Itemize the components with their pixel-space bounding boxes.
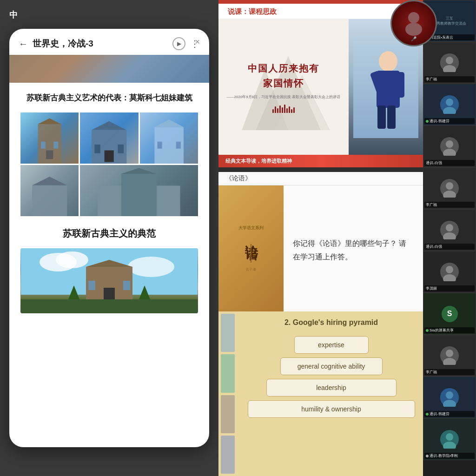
slide-sub-text: ——2020年9月8日，习近平在全国抗疫 表彰大会暨表彰大会上的讲话	[227, 94, 341, 99]
svg-rect-27	[123, 281, 130, 290]
play-button[interactable]: ▶	[172, 37, 185, 50]
participant-name-7: Sia的屏幕共享	[424, 327, 475, 333]
svg-rect-26	[88, 281, 95, 290]
svg-marker-11	[154, 119, 184, 127]
close-button[interactable]: ×	[195, 37, 200, 47]
svg-rect-12	[157, 141, 162, 148]
participant-2: 通识-韩建芬	[423, 84, 476, 126]
participant-6: 李茂丽	[423, 251, 476, 293]
participant-name-2: 通识-韩建芬	[424, 118, 475, 124]
avatar-1	[440, 53, 459, 72]
svg-rect-3	[53, 141, 58, 148]
svg-rect-9	[105, 150, 114, 162]
lunyu-title: 《论语》	[218, 172, 423, 185]
right-area: 🎤 🎤 元亨利贞 说课：课程思政	[218, 0, 476, 476]
lunyu-question: 你记得《论语》里的哪些句子？ 请在学习通上作答。	[293, 237, 414, 264]
svg-point-34	[408, 12, 419, 23]
svg-marker-6	[92, 121, 126, 130]
participant-name-8: 李广福	[424, 369, 475, 375]
svg-point-72	[446, 433, 453, 441]
slide-footer: 经典文本导读，培养进取精神	[218, 155, 423, 167]
avatar-10	[440, 430, 459, 449]
svg-rect-33	[21, 299, 198, 313]
pyramid-item-cognitive: general cognitive ability	[280, 357, 383, 375]
slide-title: 说课：课程思政	[228, 7, 277, 15]
image-2	[140, 112, 198, 164]
participant-3: 通识-白强	[423, 126, 476, 167]
speaker-bubble: 🎤	[390, 0, 437, 46]
phone-frame: × ← 世界史，冷战-3 ▶ ⋮ 苏联新古典主义艺术的代表：莫斯科七姐妹建筑	[9, 29, 209, 447]
svg-point-60	[446, 224, 453, 231]
svg-point-41	[379, 51, 397, 72]
lunyu-question-area: 你记得《论语》里的哪些句子？ 请在学习通上作答。	[284, 185, 423, 311]
svg-rect-4	[46, 150, 53, 159]
svg-point-23	[128, 257, 174, 277]
lunyu-book: 大学语文系列 论语 孔子 著	[218, 185, 284, 311]
svg-marker-15	[32, 177, 67, 185]
lunyu-book-title: 论语	[242, 235, 260, 239]
svg-marker-17	[121, 168, 157, 174]
avatar-4	[440, 179, 459, 198]
svg-rect-16	[121, 174, 157, 216]
avatar-5	[440, 221, 459, 239]
phone-title: 世界史，冷战-3	[33, 38, 168, 50]
phone-content: 苏联新古典主义艺术的代表：莫斯科七姐妹建筑	[9, 83, 209, 323]
participant-name-5: 通识-白强	[424, 244, 475, 250]
pyramid-items: expertise general cognitive ability lead…	[239, 334, 423, 420]
svg-point-22	[56, 251, 88, 268]
pyramid-item-humility: humility & ownership	[248, 400, 415, 418]
participant-9: 通识-韩建芬	[423, 377, 476, 418]
svg-point-69	[446, 391, 453, 399]
svg-marker-1	[38, 118, 61, 124]
participant-4: 李广福	[423, 167, 476, 209]
image-0	[20, 112, 79, 164]
svg-rect-13	[176, 141, 180, 148]
slide-main-text: 中国人历来抱有 家国情怀	[248, 61, 319, 91]
avatar-3	[440, 137, 459, 156]
image-4	[80, 165, 198, 216]
svg-point-54	[446, 140, 453, 148]
participant-1: 李广福	[423, 42, 476, 84]
svg-point-66	[446, 350, 453, 357]
phone-header: ← 世界史，冷战-3 ▶ ⋮	[9, 29, 209, 55]
section-title-1: 苏联新古典主义艺术的代表：莫斯科七姐妹建筑	[20, 92, 198, 104]
overlay-label: 中	[9, 9, 18, 20]
svg-rect-2	[41, 141, 46, 148]
back-button[interactable]: ←	[19, 39, 28, 49]
svg-point-48	[446, 57, 453, 64]
participant-5: 通识-白强	[423, 209, 476, 251]
image-1	[80, 112, 138, 164]
participant-name-1: 李广福	[424, 76, 475, 82]
avatar-6	[440, 263, 459, 281]
svg-rect-7	[95, 144, 101, 153]
pyramid-slide: 2. Google's hiring pyramid expertise gen…	[218, 311, 423, 476]
pyramid-item-leadership: leadership	[266, 379, 397, 397]
svg-rect-46	[387, 106, 396, 129]
svg-rect-44	[395, 72, 404, 98]
avatar-8	[440, 346, 459, 365]
svg-rect-19	[157, 185, 180, 216]
avatar-2	[440, 95, 459, 114]
participant-10: 通识-教学院•李刚	[423, 418, 476, 460]
avatar-9	[440, 388, 459, 407]
participants-panel: 三互优秀教师教学交流会 习近院•东表云 李广福	[423, 0, 476, 476]
bottom-image	[20, 248, 198, 313]
left-panel: 中 × ← 世界史，冷战-3 ▶ ⋮ 苏联新古典主义艺术的代表：莫斯科七姐妹建筑	[0, 0, 218, 476]
pyramid-item-expertise: expertise	[294, 336, 369, 354]
audio-bar	[272, 104, 295, 113]
participant-name-10: 通识-教学院•李刚	[424, 453, 475, 459]
svg-point-63	[446, 266, 453, 273]
participant-name-4: 李广福	[424, 202, 475, 208]
svg-rect-18	[98, 185, 121, 216]
image-grid	[20, 112, 198, 216]
svg-point-35	[405, 23, 422, 36]
participant-name-9: 通识-韩建芬	[424, 411, 475, 417]
participant-name-3: 通识-白强	[424, 160, 475, 166]
svg-rect-8	[118, 144, 124, 153]
svg-rect-45	[377, 106, 386, 129]
svg-point-51	[446, 99, 453, 106]
participant-name-6: 李茂丽	[424, 285, 475, 291]
lunyu-slide: 《论语》 大学语文系列 论语 孔子 著 你记得《论语》里的哪些句子？ 请在学习通…	[218, 172, 423, 311]
slide-footer-text: 经典文本导读，培养进取精神	[225, 158, 292, 165]
svg-rect-14	[32, 185, 67, 216]
